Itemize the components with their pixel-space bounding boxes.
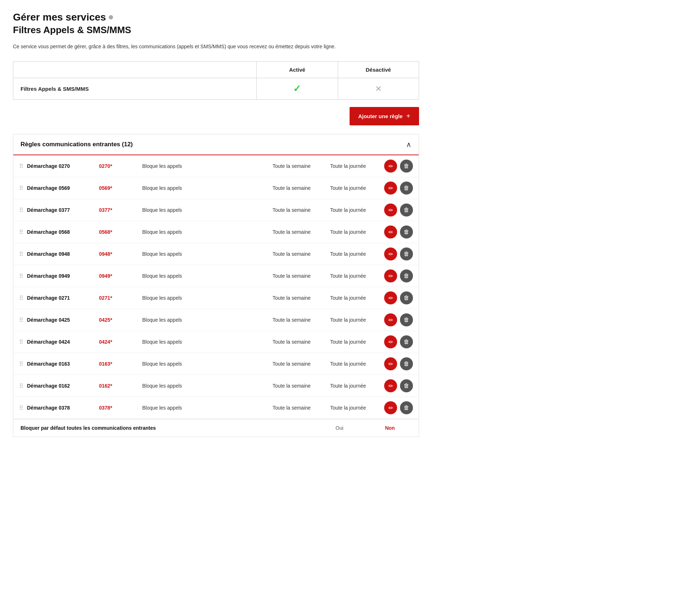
edit-rule-button[interactable]: ✏ [384, 247, 397, 260]
rule-row: ⠿ Démarchage 0377 0377* Bloque les appel… [13, 199, 419, 221]
page-title-sub: Filtres Appels & SMS/MMS [13, 24, 419, 36]
rule-action: Bloque les appels [142, 383, 273, 389]
delete-rule-button[interactable]: 🗑 [400, 247, 413, 260]
rule-time: Toute la journée [330, 317, 384, 323]
drag-handle-icon[interactable]: ⠿ [19, 163, 23, 170]
rule-action: Bloque les appels [142, 317, 273, 323]
plus-icon: + [406, 112, 410, 120]
rule-pattern: 0568* [99, 229, 142, 235]
edit-rule-button[interactable]: ✏ [384, 204, 397, 217]
drag-handle-icon[interactable]: ⠿ [19, 207, 23, 214]
rule-schedule: Toute la semaine [273, 383, 330, 389]
drag-handle-icon[interactable]: ⠿ [19, 339, 23, 345]
add-rule-button[interactable]: Ajouter une règle + [350, 107, 419, 125]
drag-handle-icon[interactable]: ⠿ [19, 251, 23, 258]
rule-name: Démarchage 0162 [27, 383, 99, 389]
edit-rule-button[interactable]: ✏ [384, 291, 397, 304]
rule-pattern: 0424* [99, 339, 142, 345]
delete-rule-button[interactable]: 🗑 [400, 291, 413, 304]
rule-schedule: Toute la semaine [273, 207, 330, 213]
edit-rule-button[interactable]: ✏ [384, 182, 397, 195]
rule-row: ⠿ Démarchage 0424 0424* Bloque les appel… [13, 331, 419, 353]
drag-handle-icon[interactable]: ⠿ [19, 405, 23, 411]
rule-pattern: 0162* [99, 383, 142, 389]
col-activated-header: Activé [257, 62, 338, 78]
footer-non: Non [368, 425, 412, 431]
rule-action: Bloque les appels [142, 163, 273, 169]
delete-rule-button[interactable]: 🗑 [400, 379, 413, 392]
rule-schedule: Toute la semaine [273, 229, 330, 235]
rule-action-buttons: ✏ 🗑 [384, 182, 413, 195]
add-rule-label: Ajouter une règle [358, 113, 403, 119]
edit-rule-button[interactable]: ✏ [384, 226, 397, 238]
rule-row: ⠿ Démarchage 0568 0568* Bloque les appel… [13, 221, 419, 243]
delete-rule-button[interactable]: 🗑 [400, 204, 413, 217]
status-table: Activé Désactivé Filtres Appels & SMS/MM… [13, 61, 419, 100]
action-row: Ajouter une règle + [13, 107, 419, 125]
rule-name: Démarchage 0270 [27, 163, 99, 169]
drag-handle-icon[interactable]: ⠿ [19, 383, 23, 389]
deactivated-cell[interactable]: ✕ [338, 78, 419, 100]
rule-action-buttons: ✏ 🗑 [384, 313, 413, 326]
drag-handle-icon[interactable]: ⠿ [19, 361, 23, 367]
delete-rule-button[interactable]: 🗑 [400, 160, 413, 173]
edit-rule-button[interactable]: ✏ [384, 401, 397, 414]
delete-rule-button[interactable]: 🗑 [400, 357, 413, 370]
page-title-main: Gérer mes services [13, 12, 419, 23]
rule-action: Bloque les appels [142, 251, 273, 257]
service-name-label: Filtres Appels & SMS/MMS [21, 86, 89, 92]
delete-rule-button[interactable]: 🗑 [400, 182, 413, 195]
delete-rule-button[interactable]: 🗑 [400, 269, 413, 282]
delete-rule-button[interactable]: 🗑 [400, 313, 413, 326]
edit-rule-button[interactable]: ✏ [384, 313, 397, 326]
rule-action-buttons: ✏ 🗑 [384, 204, 413, 217]
rule-pattern: 0425* [99, 317, 142, 323]
rule-name: Démarchage 0378 [27, 405, 99, 411]
status-table-row: Filtres Appels & SMS/MMS ✓ ✕ [13, 78, 419, 100]
footer-oui: Oui [311, 425, 368, 431]
edit-rule-button[interactable]: ✏ [384, 335, 397, 348]
rule-name: Démarchage 0569 [27, 185, 99, 191]
rule-time: Toute la journée [330, 383, 384, 389]
title-dot [109, 15, 113, 19]
rules-header: Règles communications entrantes (12) ∧ [13, 134, 419, 155]
rule-action-buttons: ✏ 🗑 [384, 335, 413, 348]
rule-action: Bloque les appels [142, 207, 273, 213]
rule-action: Bloque les appels [142, 229, 273, 235]
rule-time: Toute la journée [330, 273, 384, 279]
rules-header-title: Règles communications entrantes (12) [21, 141, 133, 148]
rule-time: Toute la journée [330, 207, 384, 213]
edit-rule-button[interactable]: ✏ [384, 379, 397, 392]
drag-handle-icon[interactable]: ⠿ [19, 295, 23, 302]
delete-rule-button[interactable]: 🗑 [400, 335, 413, 348]
drag-handle-icon[interactable]: ⠿ [19, 317, 23, 323]
rule-pattern: 0163* [99, 361, 142, 367]
drag-handle-icon[interactable]: ⠿ [19, 185, 23, 192]
edit-rule-button[interactable]: ✏ [384, 160, 397, 173]
col-deactivated-header: Désactivé [338, 62, 419, 78]
activated-cell[interactable]: ✓ [257, 78, 338, 100]
delete-rule-button[interactable]: 🗑 [400, 226, 413, 238]
rule-time: Toute la journée [330, 339, 384, 345]
edit-rule-button[interactable]: ✏ [384, 269, 397, 282]
rule-action: Bloque les appels [142, 361, 273, 367]
rule-schedule: Toute la semaine [273, 361, 330, 367]
col-service-header [13, 62, 257, 78]
chevron-up-icon[interactable]: ∧ [406, 140, 412, 149]
drag-handle-icon[interactable]: ⠿ [19, 229, 23, 236]
service-name-cell: Filtres Appels & SMS/MMS [13, 78, 257, 100]
rule-action: Bloque les appels [142, 295, 273, 301]
edit-rule-button[interactable]: ✏ [384, 357, 397, 370]
rule-pattern: 0270* [99, 163, 142, 169]
rule-name: Démarchage 0377 [27, 207, 99, 213]
delete-rule-button[interactable]: 🗑 [400, 401, 413, 414]
rule-row: ⠿ Démarchage 0162 0162* Bloque les appel… [13, 375, 419, 397]
rule-action-buttons: ✏ 🗑 [384, 401, 413, 414]
rule-pattern: 0378* [99, 405, 142, 411]
drag-handle-icon[interactable]: ⠿ [19, 273, 23, 280]
rule-action-buttons: ✏ 🗑 [384, 226, 413, 238]
rule-time: Toute la journée [330, 229, 384, 235]
rules-list: ⠿ Démarchage 0270 0270* Bloque les appel… [13, 155, 419, 419]
rule-row: ⠿ Démarchage 0949 0949* Bloque les appel… [13, 265, 419, 287]
rule-schedule: Toute la semaine [273, 185, 330, 191]
